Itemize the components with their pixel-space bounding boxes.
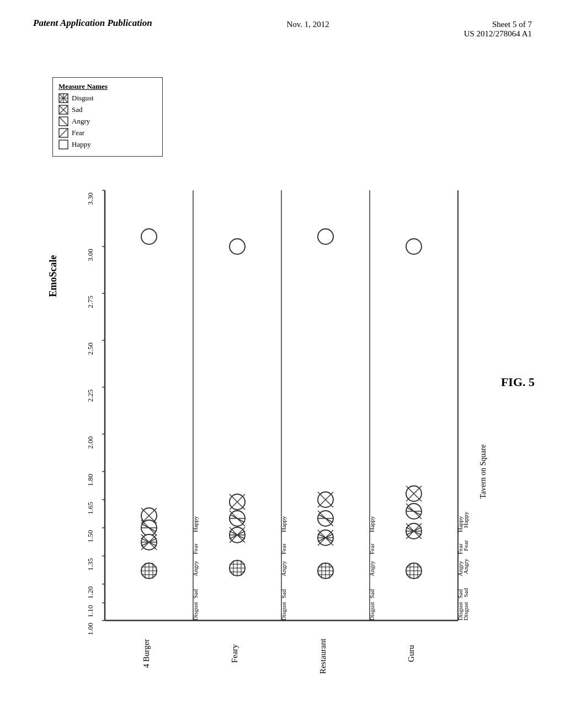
sad-icon	[58, 105, 68, 115]
svg-text:Angry: Angry	[192, 560, 199, 576]
svg-text:Disgust: Disgust	[280, 602, 287, 620]
happy-icon	[58, 140, 68, 149]
svg-text:2.50: 2.50	[86, 342, 94, 355]
svg-text:1.65: 1.65	[86, 502, 94, 515]
legend-box: Measure Names Disgust Sad	[52, 77, 163, 157]
legend-item-disgust: Disgust	[58, 93, 154, 103]
header-right: Sheet 5 of 7 US 2012/278064 A1	[464, 20, 532, 39]
svg-text:Guru: Guru	[407, 645, 415, 662]
legend-label-happy: Happy	[72, 140, 91, 149]
legend-label-disgust: Disgust	[72, 94, 94, 103]
legend-item-happy: Happy	[58, 140, 154, 149]
legend-label-fear: Fear	[72, 129, 84, 137]
svg-text:1.00: 1.00	[86, 623, 94, 635]
svg-text:Disgust: Disgust	[462, 602, 469, 620]
svg-text:Sad: Sad	[192, 589, 199, 598]
svg-text:Happy: Happy	[369, 516, 375, 532]
svg-text:1.20: 1.20	[86, 586, 94, 599]
svg-text:Sad: Sad	[462, 588, 469, 597]
legend-item-angry: Angry	[58, 116, 154, 126]
svg-text:Disgust: Disgust	[369, 602, 375, 620]
svg-text:Happy: Happy	[192, 516, 199, 532]
chart-svg: 3.30 3.00 2.75 2.50 2.25 2.00 1.80 1.65 …	[72, 185, 508, 687]
svg-line-9	[59, 117, 68, 126]
svg-text:4 Burger: 4 Burger	[142, 639, 151, 668]
svg-text:1.35: 1.35	[86, 558, 94, 571]
svg-rect-12	[59, 140, 68, 149]
svg-text:Tavern on Square: Tavern on Square	[479, 445, 487, 499]
legend-item-fear: Fear	[58, 128, 154, 138]
svg-text:Fear: Fear	[369, 543, 375, 554]
legend-item-sad: Sad	[58, 105, 154, 115]
y-axis-label: EmoScale	[47, 255, 59, 297]
svg-line-11	[59, 129, 68, 137]
svg-text:3.00: 3.00	[86, 249, 94, 261]
sheet-info: Sheet 5 of 7	[492, 20, 532, 29]
svg-text:1.10: 1.10	[86, 605, 94, 618]
svg-text:Fear: Fear	[280, 543, 287, 554]
legend-label-sad: Sad	[72, 105, 83, 114]
header: Patent Application Publication Nov. 1, 2…	[0, 0, 565, 44]
svg-text:Happy: Happy	[462, 511, 469, 528]
svg-text:3.30: 3.30	[86, 192, 94, 205]
svg-text:Sad: Sad	[280, 589, 287, 598]
page: Patent Application Publication Nov. 1, 2…	[0, 0, 565, 728]
fear-icon	[58, 128, 68, 138]
svg-text:2.25: 2.25	[86, 389, 94, 402]
header-date: Nov. 1, 2012	[286, 20, 329, 29]
legend-label-angry: Angry	[72, 117, 90, 126]
svg-text:Angry: Angry	[462, 558, 469, 574]
angry-icon	[58, 116, 68, 126]
legend-title: Measure Names	[58, 82, 154, 91]
svg-text:2.00: 2.00	[86, 436, 94, 449]
patent-number: US 2012/278064 A1	[464, 29, 532, 38]
svg-text:Sad: Sad	[369, 589, 375, 598]
svg-text:Angry: Angry	[280, 560, 287, 576]
svg-text:Fear: Fear	[192, 543, 199, 554]
svg-text:1.80: 1.80	[86, 474, 94, 486]
svg-text:Restaurant: Restaurant	[318, 638, 327, 674]
svg-text:2.75: 2.75	[86, 296, 94, 308]
disgust-icon	[58, 93, 68, 103]
svg-text:1.50: 1.50	[86, 530, 94, 543]
svg-point-112	[318, 229, 333, 244]
svg-text:Fear: Fear	[462, 540, 469, 551]
svg-point-70	[141, 229, 157, 244]
svg-point-133	[406, 239, 422, 254]
svg-text:Disgust: Disgust	[192, 602, 199, 620]
svg-text:Angry: Angry	[369, 560, 375, 576]
svg-text:Feary: Feary	[230, 644, 239, 663]
svg-text:Happy: Happy	[280, 516, 287, 532]
svg-point-91	[230, 239, 245, 254]
header-publication: Patent Application Publication	[33, 17, 152, 30]
